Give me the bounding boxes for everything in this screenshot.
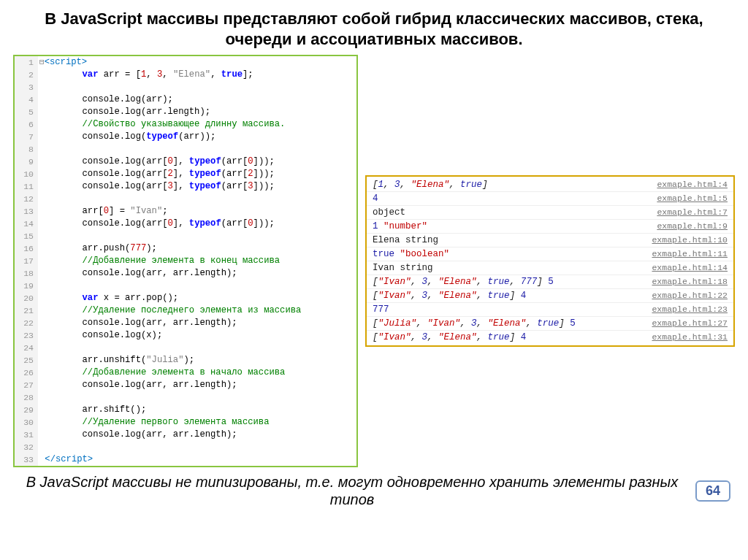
console-value: ["Ivan", 3, "Elena", true] 4	[373, 332, 526, 342]
code-line: 27 console.log(arr, arr.length);	[15, 379, 356, 391]
code-line: 7 console.log(typeof(arr));	[15, 131, 356, 143]
code-source: arr[0] = "Ivan";	[38, 205, 356, 218]
code-source: console.log(arr);	[38, 93, 356, 106]
line-number: 16	[15, 242, 38, 255]
code-source: console.log(arr[3], typeof(arr[3]));	[38, 180, 356, 193]
code-line: 26 //Добавление элемента в начало массив…	[15, 367, 356, 379]
console-value: 777	[373, 304, 389, 315]
line-number: 8	[15, 143, 38, 156]
console-value: object	[373, 207, 405, 218]
code-source: console.log(arr, arr.length);	[38, 267, 356, 280]
console-panel: [1, 3, "Elena", true]exmaple.html:44exma…	[365, 175, 735, 347]
console-source-link[interactable]: exmaple.html:27	[652, 318, 728, 328]
code-source: //Свойство указывающее длинну массива.	[38, 118, 356, 131]
code-line: 23 console.log(x);	[15, 329, 356, 342]
code-line: 13 arr[0] = "Ivan";	[15, 205, 356, 218]
console-value: [1, 3, "Elena", true]	[373, 180, 488, 190]
line-number: 32	[15, 441, 38, 453]
code-source: //Добавление элемента в начало массива	[38, 367, 356, 379]
code-line: 30 //Удаление первого элемента массива	[15, 416, 356, 429]
code-source	[38, 193, 356, 205]
code-source	[38, 391, 356, 404]
console-row: ["Julia", "Ivan", 3, "Elena", true] 5exm…	[367, 317, 733, 331]
line-number: 4	[15, 93, 38, 106]
line-number: 25	[15, 354, 38, 367]
console-source-link[interactable]: exmaple.html:4	[657, 180, 728, 189]
line-number: 19	[15, 280, 38, 292]
code-source: console.log(arr[0], typeof(arr[0]));	[38, 218, 356, 230]
console-source-link[interactable]: exmaple.html:22	[652, 291, 728, 300]
code-line: 14 console.log(arr[0], typeof(arr[0]));	[15, 218, 356, 230]
console-source-link[interactable]: exmaple.html:7	[657, 207, 728, 217]
code-line: 6 //Свойство указывающее длинну массива.	[15, 118, 356, 131]
console-row: ["Ivan", 3, "Elena", true, 777] 5exmaple…	[367, 275, 733, 289]
console-row: ["Ivan", 3, "Elena", true] 4exmaple.html…	[367, 331, 733, 344]
console-source-link[interactable]: exmaple.html:18	[652, 277, 728, 286]
console-value: 1 "number"	[373, 221, 427, 231]
code-line: 29 arr.shift();	[15, 404, 356, 416]
code-line: 18 console.log(arr, arr.length);	[15, 267, 356, 280]
code-source	[38, 81, 356, 93]
code-line: 20 var x = arr.pop();	[15, 292, 356, 304]
console-value: ["Ivan", 3, "Elena", true] 4	[373, 291, 526, 301]
line-number: 3	[15, 81, 38, 93]
code-source: </script>	[38, 453, 356, 466]
console-source-link[interactable]: exmaple.html:14	[652, 263, 728, 272]
code-line: 19	[15, 280, 356, 292]
console-row: [1, 3, "Elena", true]exmaple.html:4	[367, 178, 733, 192]
line-number: 11	[15, 180, 38, 193]
code-line: 17 //Добавление элемента в конец массива	[15, 255, 356, 267]
code-line: 8	[15, 143, 356, 156]
code-line: 24	[15, 342, 356, 354]
line-number: 13	[15, 205, 38, 218]
code-source: //Удаление последнего элемента из массив…	[38, 304, 356, 317]
line-number: 12	[15, 193, 38, 205]
code-line: 3	[15, 81, 356, 93]
console-row: Elena stringexmaple.html:10	[367, 234, 733, 248]
line-number: 15	[15, 230, 38, 242]
code-source	[38, 230, 356, 242]
console-row: objectexmaple.html:7	[367, 206, 733, 220]
console-row: 1 "number"exmaple.html:9	[367, 220, 733, 234]
code-source: arr.unshift("Julia");	[38, 354, 356, 367]
code-source: //Удаление первого элемента массива	[38, 416, 356, 429]
code-source: console.log(x);	[38, 329, 356, 342]
line-number: 33	[15, 453, 38, 466]
console-source-link[interactable]: exmaple.html:9	[657, 221, 728, 231]
code-line: 16 arr.push(777);	[15, 242, 356, 255]
code-source: arr.push(777);	[38, 242, 356, 255]
line-number: 7	[15, 131, 38, 143]
code-line: 31 console.log(arr, arr.length);	[15, 429, 356, 441]
code-source: console.log(arr, arr.length);	[38, 429, 356, 441]
line-number: 20	[15, 292, 38, 304]
code-line: 22 console.log(arr, arr.length);	[15, 317, 356, 329]
code-line: 1⊟<script>	[15, 56, 356, 69]
line-number: 17	[15, 255, 38, 267]
console-source-link[interactable]: exmaple.html:23	[652, 304, 728, 314]
code-line: 12	[15, 193, 356, 205]
line-number: 30	[15, 416, 38, 429]
code-source: arr.shift();	[38, 404, 356, 416]
line-number: 14	[15, 218, 38, 230]
code-line: 25 arr.unshift("Julia");	[15, 354, 356, 367]
console-row: true "boolean"exmaple.html:11	[367, 248, 733, 261]
code-line: 4 console.log(arr);	[15, 93, 356, 106]
line-number: 1	[15, 56, 38, 69]
code-source: console.log(arr[2], typeof(arr[2]));	[38, 168, 356, 180]
console-source-link[interactable]: exmaple.html:10	[652, 235, 728, 245]
console-source-link[interactable]: exmaple.html:31	[652, 332, 728, 342]
code-source	[38, 441, 356, 453]
line-number: 21	[15, 304, 38, 317]
line-number: 23	[15, 329, 38, 342]
console-row: 777exmaple.html:23	[367, 303, 733, 317]
line-number: 27	[15, 379, 38, 391]
code-source	[38, 342, 356, 354]
console-value: ["Julia", "Ivan", 3, "Elena", true] 5	[373, 318, 576, 329]
code-source: var x = arr.pop();	[38, 292, 356, 304]
slide-title: В JavaScript массивы представляют собой …	[13, 9, 735, 49]
code-panel: 1⊟<script>2 var arr = [1, 3, "Elena", tr…	[13, 55, 358, 467]
console-source-link[interactable]: exmaple.html:5	[657, 193, 728, 203]
code-source: console.log(arr[0], typeof(arr[0]));	[38, 156, 356, 168]
code-line: 33 </script>	[15, 453, 356, 466]
console-source-link[interactable]: exmaple.html:11	[652, 249, 728, 258]
